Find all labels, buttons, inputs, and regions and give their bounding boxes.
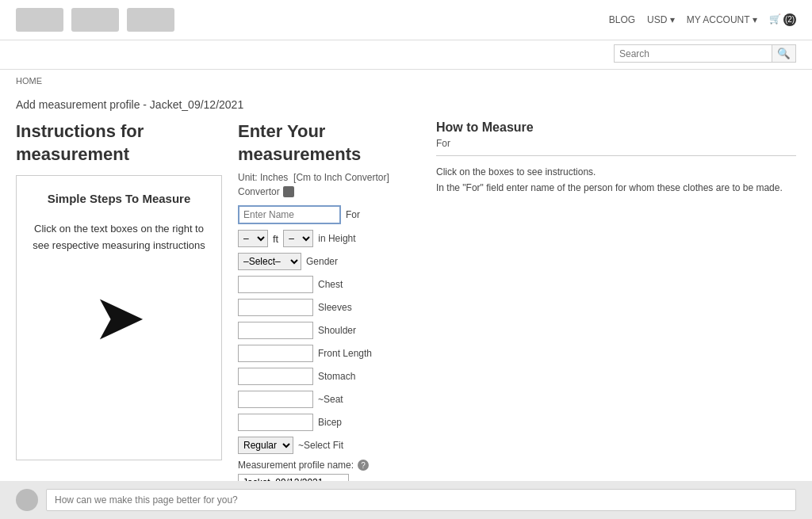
height-label: in Height: [318, 233, 355, 244]
howto-description: Click on the boxes to see instructions.I…: [436, 164, 796, 197]
convertor-line: Convertor: [238, 186, 420, 197]
shoulder-row: Shoulder: [238, 322, 420, 339]
header: BLOG USD ▾ MY ACCOUNT ▾ 🛒 (2): [0, 0, 812, 40]
instruction-box-title: Simple Steps To Measure: [48, 192, 191, 205]
unit-label: Unit: Inches: [238, 172, 288, 183]
account-link[interactable]: MY ACCOUNT ▾: [687, 14, 757, 25]
bicep-input[interactable]: [238, 414, 313, 431]
shoulder-input[interactable]: [238, 322, 313, 339]
chest-label: Chest: [318, 279, 343, 290]
logo-1: [16, 8, 63, 32]
instruction-box: Simple Steps To Measure Click on the tex…: [16, 175, 222, 460]
logo-area: [16, 8, 174, 32]
bicep-label: Bicep: [318, 417, 342, 428]
instructions-panel: Instructions for measurement Simple Step…: [16, 120, 222, 519]
measurements-heading: Enter Your measurements: [238, 120, 420, 166]
howto-heading: How to Measure: [436, 120, 796, 135]
front-length-label: Front Length: [318, 348, 372, 359]
shoulder-label: Shoulder: [318, 325, 356, 336]
search-input[interactable]: [614, 44, 772, 63]
front-length-row: Front Length: [238, 345, 420, 362]
howto-for-label: For: [436, 138, 796, 149]
logo-3: [127, 8, 174, 32]
fit-row: Regular Slim Loose ~Select Fit: [238, 437, 420, 454]
logo-2: [71, 8, 119, 32]
chest-row: Chest: [238, 276, 420, 293]
search-bar: 🔍: [0, 40, 812, 70]
cm-to-inch-link[interactable]: [Cm to Inch Convertor]: [293, 172, 389, 183]
profile-name-label: Measurement profile name: ?: [238, 460, 420, 471]
currency-selector[interactable]: USD ▾: [647, 14, 675, 25]
sleeves-input[interactable]: [238, 299, 313, 316]
howto-panel: How to Measure For Click on the boxes to…: [436, 120, 796, 519]
ft-label: ft: [273, 233, 278, 245]
unit-line: Unit: Inches [Cm to Inch Convertor]: [238, 172, 420, 183]
right-arrow-icon: ➤: [93, 286, 146, 349]
convertor-icon: [283, 186, 294, 197]
fit-select[interactable]: Regular Slim Loose: [238, 437, 293, 454]
height-sign-select[interactable]: –: [238, 230, 268, 247]
gender-label: Gender: [306, 256, 338, 267]
help-icon[interactable]: ?: [358, 460, 369, 471]
breadcrumb: HOME: [0, 70, 812, 92]
measurements-panel: Enter Your measurements Unit: Inches [Cm…: [238, 120, 420, 519]
seat-input[interactable]: [238, 391, 313, 408]
for-label: For: [346, 209, 360, 220]
convertor-label: Convertor: [238, 186, 280, 197]
stomach-input[interactable]: [238, 368, 313, 385]
seat-row: ~Seat: [238, 391, 420, 408]
height-in-select[interactable]: –: [283, 230, 313, 247]
stomach-label: Stomach: [318, 371, 355, 382]
height-row: – ft – in Height: [238, 230, 420, 247]
cart-badge: (2): [783, 13, 796, 26]
cart-icon[interactable]: 🛒 (2): [769, 13, 796, 26]
name-row: For: [238, 205, 420, 224]
blog-link[interactable]: BLOG: [609, 14, 635, 25]
main-content: Instructions for measurement Simple Step…: [0, 120, 812, 519]
front-length-input[interactable]: [238, 345, 313, 362]
footer-chat: [0, 481, 812, 519]
gender-row: –Select– Male Female Gender: [238, 253, 420, 270]
instruction-box-body: Click on the text boxes on the right to …: [33, 221, 205, 254]
name-input[interactable]: [238, 205, 341, 224]
sleeves-row: Sleeves: [238, 299, 420, 316]
search-button[interactable]: 🔍: [772, 44, 796, 63]
chat-input[interactable]: [46, 489, 796, 511]
sleeves-label: Sleeves: [318, 302, 352, 313]
seat-label: ~Seat: [318, 394, 343, 405]
bicep-row: Bicep: [238, 414, 420, 431]
page-title: Add measurement profile - Jacket_09/12/2…: [0, 92, 812, 120]
chest-input[interactable]: [238, 276, 313, 293]
fit-label: ~Select Fit: [298, 440, 343, 451]
instructions-heading: Instructions for measurement: [16, 120, 222, 166]
header-nav: BLOG USD ▾ MY ACCOUNT ▾ 🛒 (2): [609, 13, 796, 26]
howto-divider: [436, 155, 796, 156]
breadcrumb-home[interactable]: HOME: [16, 76, 42, 86]
stomach-row: Stomach: [238, 368, 420, 385]
chat-avatar: [16, 489, 38, 511]
gender-select[interactable]: –Select– Male Female: [238, 253, 301, 270]
